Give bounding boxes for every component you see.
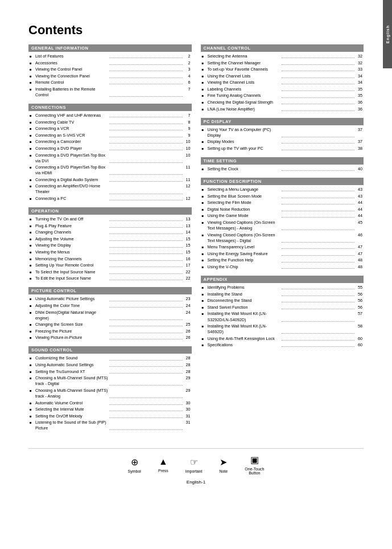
bullet-icon: ■ xyxy=(202,337,207,341)
bullet-icon: ■ xyxy=(202,74,207,79)
content-columns: GENERAL INFORMATION■List of Features2■Ac… xyxy=(28,44,364,437)
item-dots xyxy=(109,296,182,301)
item-page: 35 xyxy=(356,93,362,99)
bullet-icon: ■ xyxy=(30,329,34,334)
item-label: Connecting a Camcorder xyxy=(35,139,108,145)
item-page: 17 xyxy=(184,263,191,268)
item-label: Setting the Blue Screen Mode xyxy=(208,194,280,199)
bullet-icon: ■ xyxy=(30,322,34,327)
item-page: 4 xyxy=(184,73,191,79)
section: CHANNEL CONTROL■Selecting the Antenna32■… xyxy=(201,44,364,112)
bullet-icon: ■ xyxy=(30,87,34,92)
item-label: Viewing the Display xyxy=(35,243,108,248)
bullet-icon: ■ xyxy=(202,100,207,105)
item-label: To set-up Your Favorite Channels xyxy=(208,67,280,72)
list-item: ■Customizing the Sound28 xyxy=(30,355,191,361)
item-label: Setting the Channel Manager xyxy=(208,60,280,66)
item-label: Using the Channel Lists xyxy=(208,73,280,79)
bullet-icon: ■ xyxy=(202,187,207,192)
item-page: 22 xyxy=(184,269,191,275)
list-item: ■To Select the Input Source Name22 xyxy=(30,269,191,275)
bullet-icon: ■ xyxy=(30,401,34,405)
item-dots xyxy=(282,106,354,111)
item-dots xyxy=(109,67,182,71)
item-page: 56 xyxy=(356,298,362,304)
item-label: Remote Control xyxy=(35,80,108,85)
item-label: Connecting a Digital Audio System xyxy=(35,177,108,183)
item-page: 10 xyxy=(184,146,191,151)
footer-label: Important xyxy=(185,469,203,473)
list-item: ■Installing Batteries in the Remote Cont… xyxy=(30,87,191,98)
list-item: ■Setting the Blue Screen Mode43 xyxy=(202,194,363,199)
item-label: Display Modes xyxy=(208,139,280,145)
item-label: Turning the TV On and Off xyxy=(35,216,108,222)
bullet-icon: ■ xyxy=(30,224,34,228)
item-page: 10 xyxy=(184,153,191,164)
item-page: 46 xyxy=(356,232,362,244)
bullet-icon: ■ xyxy=(30,165,34,170)
item-dots xyxy=(109,146,182,150)
bullet-icon: ■ xyxy=(30,370,34,374)
item-dots xyxy=(282,207,354,211)
item-label: Using the Anti-Theft Kensington Lock xyxy=(208,336,280,342)
item-page: 56 xyxy=(356,292,362,297)
right-column: CHANNEL CONTROL■Selecting the Antenna32■… xyxy=(201,44,364,437)
item-label: Adjusting the Volume xyxy=(35,236,108,242)
item-dots xyxy=(109,362,182,367)
item-label: Disconnecting the Stand xyxy=(208,298,280,304)
list-item: ■Selecting a Menu Language43 xyxy=(202,187,363,192)
item-label: Selecting the Internal Mute xyxy=(35,407,108,412)
item-label: Setting up the TV with your PC xyxy=(208,146,280,151)
item-dots xyxy=(109,407,182,411)
section-header: PC DISPLAY xyxy=(201,118,364,125)
bullet-icon: ■ xyxy=(30,363,34,367)
item-dots xyxy=(282,127,354,137)
item-label: Using Your TV as a Computer (PC) Display xyxy=(208,127,280,138)
item-label: Viewing Picture-in-Picture xyxy=(35,335,108,341)
item-label: Viewing the Menus xyxy=(35,249,108,255)
list-item: ■Connecting an Amplifier/DVD Home Theate… xyxy=(30,183,191,195)
item-page: 36 xyxy=(356,106,362,112)
list-item: ■Fine Tuning Analog Channels35 xyxy=(202,93,363,99)
list-item: ■Connecting a PC12 xyxy=(30,196,191,202)
item-page: 13 xyxy=(184,223,191,229)
item-page: 7 xyxy=(184,87,191,98)
list-item: ■Accessories2 xyxy=(30,60,191,66)
list-item: ■Connecting a DVD Player/Set-Top Box via… xyxy=(30,165,191,176)
bullet-icon: ■ xyxy=(30,140,34,144)
item-page: 6 xyxy=(184,80,191,85)
list-item: ■Adjusting the Color Tone24 xyxy=(30,303,191,309)
item-page: 45 xyxy=(356,220,362,231)
list-item: ■Viewing the Connection Panel4 xyxy=(30,73,191,79)
footer-label: One-Touch Button xyxy=(245,467,264,475)
item-dots xyxy=(109,223,182,228)
item-page: 47 xyxy=(356,244,362,250)
item-label: Stand Swivel Function xyxy=(208,305,280,310)
bullet-icon: ■ xyxy=(202,80,207,85)
item-label: Installing Batteries in the Remote Contr… xyxy=(35,87,108,98)
item-dots xyxy=(109,236,182,241)
bullet-icon: ■ xyxy=(202,194,207,199)
item-dots xyxy=(109,249,182,254)
item-label: Connecting an Amplifier/DVD Home Theater xyxy=(35,183,108,195)
bullet-icon: ■ xyxy=(202,233,207,237)
list-item: ■DNIe Demo(Digital Natural Image engine)… xyxy=(30,310,191,321)
item-page: 2 xyxy=(184,60,191,66)
item-page: 48 xyxy=(356,257,362,263)
list-item: ■Disconnecting the Stand56 xyxy=(202,298,363,304)
footer-icon: ▣ xyxy=(250,454,259,465)
list-item: ■Setting the TruSurround XT28 xyxy=(30,369,191,375)
item-dots xyxy=(109,183,182,194)
bullet-icon: ■ xyxy=(202,305,207,310)
section-items: ■Using Automatic Picture Settings23■Adju… xyxy=(28,296,192,341)
list-item: ■Listening to the Sound of the Sub (PIP)… xyxy=(30,420,191,431)
item-label: Setting the On/Off Melody xyxy=(35,413,108,419)
item-label: Installing the Wall Mount Kit (LN-S4692D… xyxy=(208,323,280,335)
item-dots xyxy=(109,335,182,339)
item-dots xyxy=(109,54,182,58)
item-dots xyxy=(282,60,354,65)
page-title: Contents xyxy=(28,23,364,38)
item-dots xyxy=(282,87,354,91)
item-page: 30 xyxy=(184,400,191,406)
footer-item: ▲Press xyxy=(158,457,168,473)
